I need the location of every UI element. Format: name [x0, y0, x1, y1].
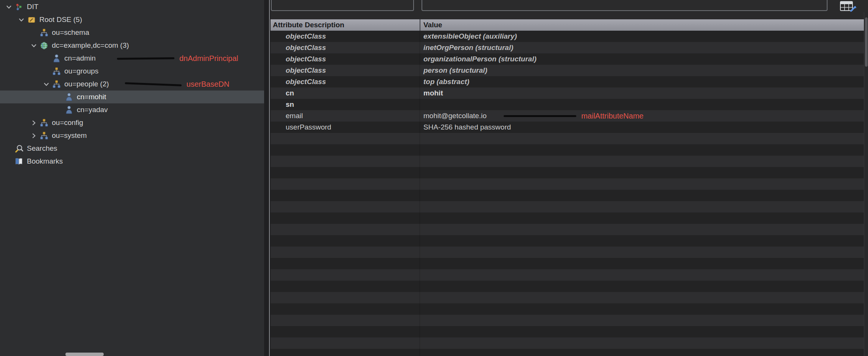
- table-row[interactable]: objectClassorganizationalPerson (structu…: [271, 53, 864, 65]
- attribute-name: cn: [286, 89, 294, 97]
- tree-item-ou-system[interactable]: ou=system: [0, 129, 264, 142]
- vertical-scrollbar-thumb[interactable]: [865, 17, 868, 67]
- table-row-empty: [271, 212, 864, 224]
- tree-item-ou-people-2[interactable]: ou=people (2)userBaseDN: [0, 78, 264, 91]
- attribute-cell[interactable]: cn: [271, 89, 420, 97]
- tree-item-dit[interactable]: DIT: [0, 0, 264, 13]
- value-cell[interactable]: [420, 99, 864, 110]
- table-row-empty: [271, 167, 864, 178]
- value-cell[interactable]: SHA-256 hashed password: [420, 122, 864, 133]
- table-row-empty: [271, 156, 864, 167]
- tree-item-label: ou=groups: [64, 65, 98, 78]
- tree-item-label: Searches: [27, 142, 57, 155]
- value-cell: [420, 156, 864, 167]
- column-header-label: Value: [423, 21, 442, 29]
- table-row-empty: [271, 337, 864, 349]
- root-dse-icon: [27, 15, 36, 24]
- attribute-value: SHA-256 hashed password: [423, 123, 511, 131]
- value-cell: [420, 201, 864, 212]
- value-cell: [420, 178, 864, 190]
- attribute-name: objectClass: [286, 44, 326, 52]
- horizontal-scrollbar-thumb[interactable]: [65, 353, 104, 356]
- chevron-spacer: [28, 26, 39, 39]
- annotation-text: mailAttributeName: [581, 112, 644, 120]
- panel-splitter[interactable]: [264, 0, 271, 356]
- tree-item-ou-config[interactable]: ou=config: [0, 116, 264, 129]
- chevron-down-icon[interactable]: [28, 39, 39, 52]
- value-cell[interactable]: inetOrgPerson (structural): [420, 42, 864, 53]
- tree-item-root-dse-5[interactable]: Root DSE (5): [0, 13, 264, 26]
- value-cell[interactable]: mohit: [420, 87, 864, 99]
- tree-item-label: ou=config: [52, 116, 83, 129]
- attribute-value: mohit: [423, 89, 443, 97]
- tree-item-label: Bookmarks: [27, 155, 63, 168]
- chevron-spacer: [3, 142, 14, 155]
- chevron-down-icon[interactable]: [3, 0, 14, 13]
- annotation-text: userBaseDN: [187, 80, 229, 89]
- table-row-empty: [271, 269, 864, 281]
- tree-item-dc-example-dc-com-3[interactable]: dc=example,dc=com (3): [0, 39, 264, 52]
- attribute-filter-input[interactable]: [271, 0, 414, 11]
- column-header-value[interactable]: Value: [420, 19, 864, 31]
- value-cell: [420, 224, 864, 235]
- attribute-value: person (structural): [423, 66, 487, 75]
- attribute-cell[interactable]: objectClass: [271, 78, 420, 86]
- table-row-empty: [271, 144, 864, 156]
- attribute-cell[interactable]: objectClass: [271, 44, 420, 52]
- ldap-browser-window: DITRoot DSE (5)ou=schemadc=example,dc=co…: [0, 0, 868, 356]
- column-header-label: Attribute Description: [273, 21, 344, 29]
- org-unit-icon: [39, 131, 48, 140]
- table-row-empty: [271, 235, 864, 247]
- value-cell: [420, 292, 864, 303]
- table-row[interactable]: cnmohit: [271, 87, 864, 99]
- column-header-attribute[interactable]: Attribute Description: [271, 19, 420, 31]
- table-row[interactable]: sn: [271, 99, 864, 110]
- value-cell[interactable]: organizationalPerson (structural): [420, 53, 864, 65]
- attribute-cell[interactable]: objectClass: [271, 32, 420, 41]
- table-row-empty: [271, 303, 864, 315]
- attribute-value: mohit@getcollate.io: [423, 112, 487, 120]
- tree-item-cn-admin[interactable]: cn=admindnAdminPrincipal: [0, 52, 264, 65]
- attribute-value: organizationalPerson (structural): [423, 55, 537, 63]
- table-row[interactable]: objectClassextensibleObject (auxiliary): [271, 31, 864, 42]
- tree-item-ou-groups[interactable]: ou=groups: [0, 65, 264, 78]
- attribute-cell[interactable]: email: [271, 112, 420, 120]
- value-cell[interactable]: mohit@getcollate.iomailAttributeName: [420, 110, 864, 122]
- tree-item-ou-schema[interactable]: ou=schema: [0, 26, 264, 39]
- tree-item-cn-mohit[interactable]: cn=mohit: [0, 91, 264, 103]
- table-editor-icon[interactable]: [838, 0, 859, 12]
- chevron-right-icon[interactable]: [28, 116, 39, 129]
- tree-item-searches[interactable]: Searches: [0, 142, 264, 155]
- tree-item-bookmarks[interactable]: Bookmarks: [0, 155, 264, 168]
- org-unit-icon: [39, 28, 48, 37]
- value-cell[interactable]: person (structural): [420, 65, 864, 76]
- dit-icon: [14, 2, 23, 11]
- org-unit-icon: [52, 80, 61, 89]
- value-cell: [420, 326, 864, 337]
- attribute-cell[interactable]: userPassword: [271, 123, 420, 131]
- table-row[interactable]: objectClassinetOrgPerson (structural): [271, 42, 864, 53]
- value-cell[interactable]: extensibleObject (auxiliary): [420, 31, 864, 42]
- tree-item-label: cn=mohit: [77, 91, 106, 103]
- table-row-empty: [271, 224, 864, 235]
- value-cell[interactable]: top (abstract): [420, 76, 864, 87]
- ldap-browser-tree-panel: DITRoot DSE (5)ou=schemadc=example,dc=co…: [0, 0, 264, 356]
- attribute-cell[interactable]: objectClass: [271, 55, 420, 63]
- table-row-empty: [271, 190, 864, 201]
- chevron-down-icon[interactable]: [16, 13, 27, 26]
- tree-item-cn-yadav[interactable]: cn=yadav: [0, 103, 264, 116]
- chevron-right-icon[interactable]: [28, 129, 39, 142]
- domain-icon: [39, 41, 48, 50]
- table-row[interactable]: emailmohit@getcollate.iomailAttributeNam…: [271, 110, 864, 122]
- value-cell: [420, 258, 864, 269]
- vertical-scrollbar[interactable]: [864, 12, 868, 356]
- attribute-name: userPassword: [286, 123, 331, 131]
- table-row[interactable]: objectClasstop (abstract): [271, 76, 864, 87]
- table-row[interactable]: objectClassperson (structural): [271, 65, 864, 76]
- chevron-down-icon[interactable]: [40, 78, 52, 91]
- attribute-cell[interactable]: sn: [271, 100, 420, 109]
- table-row[interactable]: userPasswordSHA-256 hashed password: [271, 122, 864, 133]
- attribute-cell[interactable]: objectClass: [271, 66, 420, 75]
- value-filter-input[interactable]: [422, 0, 828, 11]
- value-cell: [420, 235, 864, 247]
